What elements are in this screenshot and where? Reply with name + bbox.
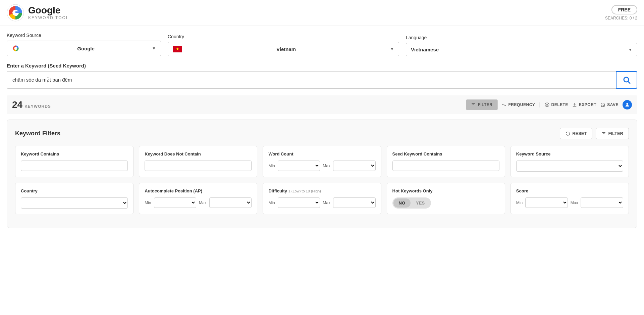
filter-icon	[471, 102, 476, 107]
header-title: Google KEYWORD TOOL	[28, 5, 69, 20]
frequency-label: FREQUENCY	[508, 102, 535, 107]
apply-filter-button[interactable]: FILTER	[596, 128, 629, 139]
filter-grid-row2: Country Vietnam United States Autocomple…	[15, 183, 629, 214]
hot-keywords-toggle[interactable]: NO YES	[392, 197, 431, 209]
header-left: Google KEYWORD TOOL	[7, 4, 69, 21]
keyword-source-value: Google	[77, 46, 95, 51]
chevron-down-icon: ▼	[628, 47, 632, 52]
reset-icon	[566, 131, 570, 136]
country-value: Vietnam	[276, 46, 296, 52]
keyword-source-filter-select[interactable]: Google Bing	[516, 161, 623, 172]
language-label: Language	[406, 35, 637, 40]
autocomplete-position-card: Autocomplete Position (AP) Min Max	[139, 183, 257, 214]
difficulty-max-select[interactable]: 9 10	[333, 197, 376, 208]
keyword-contains-title: Keyword Contains	[21, 151, 128, 156]
ap-max-select[interactable]	[209, 197, 252, 208]
seed-keyword-contains-input[interactable]	[392, 161, 499, 171]
keyword-input-section: Enter a Keyword (Seed Keyword)	[7, 63, 637, 89]
apply-filter-label: FILTER	[608, 131, 623, 136]
keyword-search-input[interactable]	[7, 71, 616, 89]
save-button[interactable]: SAVE	[600, 102, 619, 107]
language-group: Language Vietnamese ▼	[406, 35, 637, 56]
word-count-range: Min 1 2 3 Max 5 10	[268, 161, 375, 171]
export-label: EXPORT	[579, 102, 596, 107]
save-icon	[600, 102, 605, 107]
ap-min-select[interactable]	[154, 197, 197, 208]
keyword-not-contain-input[interactable]	[145, 161, 252, 171]
delete-icon	[545, 102, 549, 107]
ap-range: Min Max	[145, 197, 252, 208]
country-filter-card: Country Vietnam United States	[15, 183, 133, 214]
hot-keywords-yes-option[interactable]: YES	[411, 198, 430, 208]
search-button[interactable]	[616, 71, 637, 89]
keyword-source-filter-title: Keyword Source	[516, 151, 623, 156]
export-button[interactable]: EXPORT	[572, 102, 596, 107]
delete-label: DELETE	[551, 102, 568, 107]
frequency-button[interactable]: FREQUENCY	[502, 102, 535, 107]
chevron-down-icon: ▼	[390, 47, 394, 51]
export-icon	[572, 102, 577, 107]
word-count-max-select[interactable]: 5 10	[333, 161, 376, 171]
keyword-source-label: Keyword Source	[7, 33, 161, 38]
header-right: FREE SEARCHES: 0 / 2	[605, 5, 637, 20]
word-count-min-select[interactable]: 1 2 3	[278, 161, 320, 171]
search-icon	[623, 76, 631, 84]
filter-grid-row1: Keyword Contains Keyword Does Not Contai…	[15, 146, 629, 177]
filter-panel-title: Keyword Filters	[15, 130, 60, 137]
filter-panel-header: Keyword Filters RESET FILTER	[15, 128, 629, 139]
keyword-not-contain-card: Keyword Does Not Contain	[139, 146, 257, 177]
app-subtitle: KEYWORD TOOL	[28, 15, 69, 20]
score-title: Score	[516, 188, 623, 193]
vietnam-flag-icon: ★	[173, 46, 182, 52]
keyword-source-dropdown[interactable]: Google ▼	[7, 41, 161, 56]
app-title: Google	[28, 5, 69, 16]
language-dropdown[interactable]: Vietnamese ▼	[406, 43, 637, 56]
seed-keyword-contains-card: Seed Keyword Contains	[387, 146, 505, 177]
main-content: Keyword Source Google ▼	[0, 26, 644, 235]
keywords-label: KEYWORDS	[24, 104, 51, 109]
svg-point-10	[626, 103, 628, 105]
score-min-select[interactable]	[525, 197, 568, 208]
keyword-contains-card: Keyword Contains	[15, 146, 133, 177]
difficulty-min-select[interactable]: 1 2	[278, 197, 320, 208]
country-group: Country ★ Vietnam ▼	[168, 34, 399, 56]
difficulty-card: Difficulty 1 (Low) to 10 (High) Min 1 2 …	[263, 183, 381, 214]
filter-button[interactable]: FILTER	[466, 99, 497, 110]
country-label: Country	[168, 34, 399, 39]
filter-panel: Keyword Filters RESET FILTER	[7, 120, 637, 228]
word-count-card: Word Count Min 1 2 3 Max 5 10	[263, 146, 381, 177]
results-toolbar: 24 KEYWORDS FILTER FREQUENCY |	[7, 95, 637, 114]
filter2-icon	[601, 131, 606, 136]
word-count-title: Word Count	[268, 151, 375, 156]
difficulty-range: Min 1 2 Max 9 10	[268, 197, 375, 208]
language-value: Vietnamese	[411, 47, 439, 52]
keyword-source-group: Keyword Source Google ▼	[7, 33, 161, 56]
filter-label: FILTER	[478, 102, 492, 107]
google-g-icon	[12, 44, 20, 52]
searches-count: SEARCHES: 0 / 2	[605, 16, 637, 20]
header: Google KEYWORD TOOL FREE SEARCHES: 0 / 2	[0, 0, 644, 26]
hot-keywords-no-option[interactable]: NO	[393, 198, 411, 208]
user-avatar-icon[interactable]	[623, 100, 632, 109]
keyword-not-contain-title: Keyword Does Not Contain	[145, 151, 252, 156]
person-icon	[625, 102, 630, 107]
reset-button[interactable]: RESET	[560, 128, 592, 139]
filter-panel-actions: RESET FILTER	[560, 128, 629, 139]
hot-keywords-card: Hot Keywords Only NO YES	[387, 183, 505, 214]
reset-label: RESET	[572, 131, 587, 136]
google-logo-icon	[7, 4, 24, 21]
free-badge: FREE	[611, 5, 637, 14]
delete-button[interactable]: DELETE	[545, 102, 568, 107]
keyword-contains-input[interactable]	[21, 161, 128, 171]
keyword-input-row	[7, 71, 637, 89]
autocomplete-position-title: Autocomplete Position (AP)	[145, 188, 252, 193]
keywords-count: 24 KEYWORDS	[12, 99, 51, 110]
hot-keywords-title: Hot Keywords Only	[392, 188, 499, 193]
country-filter-select[interactable]: Vietnam United States	[21, 197, 128, 209]
score-max-select[interactable]	[581, 197, 623, 208]
country-dropdown[interactable]: ★ Vietnam ▼	[168, 42, 399, 56]
svg-line-3	[628, 82, 630, 84]
difficulty-title: Difficulty 1 (Low) to 10 (High)	[268, 188, 375, 193]
chevron-down-icon: ▼	[152, 46, 156, 51]
toolbar-actions: FILTER FREQUENCY | DELETE	[466, 99, 632, 110]
